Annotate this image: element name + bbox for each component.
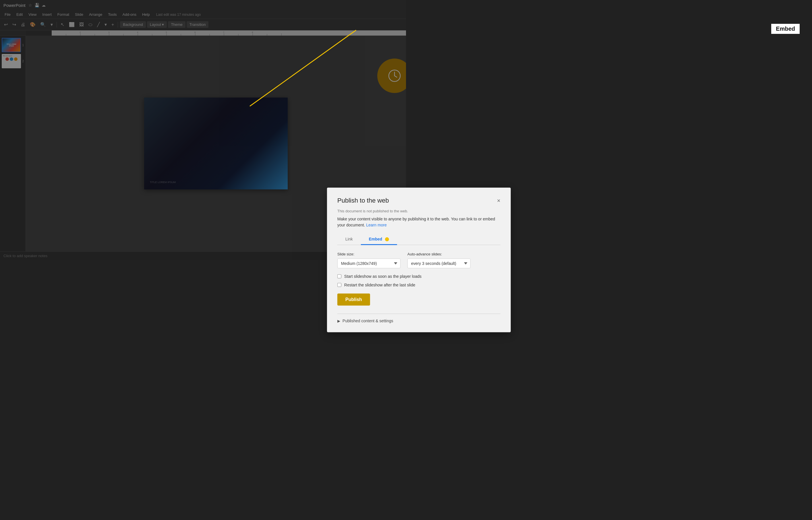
modal-tabs: Link Embed bbox=[337, 234, 406, 245]
learn-more-link[interactable]: Learn more bbox=[366, 223, 387, 227]
form-row: Slide size: Small (480x299) Medium (1280… bbox=[337, 252, 406, 260]
slide-size-select[interactable]: Small (480x299) Medium (1280x749) Large … bbox=[337, 259, 401, 260]
publish-modal: Publish to the web × This document is no… bbox=[327, 188, 406, 260]
slide-size-label: Slide size: bbox=[337, 252, 401, 256]
tab-embed[interactable]: Embed bbox=[361, 234, 397, 245]
tab-embed-label: Embed bbox=[369, 237, 382, 241]
modal-header: Publish to the web × bbox=[337, 197, 406, 204]
modal-description: Make your content visible to anyone by p… bbox=[337, 216, 406, 228]
embed-dot bbox=[385, 237, 389, 241]
tab-link[interactable]: Link bbox=[337, 234, 361, 245]
modal-title: Publish to the web bbox=[337, 197, 389, 204]
modal-subtitle: This document is not published to the we… bbox=[337, 209, 406, 213]
slide-size-group: Slide size: Small (480x299) Medium (1280… bbox=[337, 252, 401, 260]
